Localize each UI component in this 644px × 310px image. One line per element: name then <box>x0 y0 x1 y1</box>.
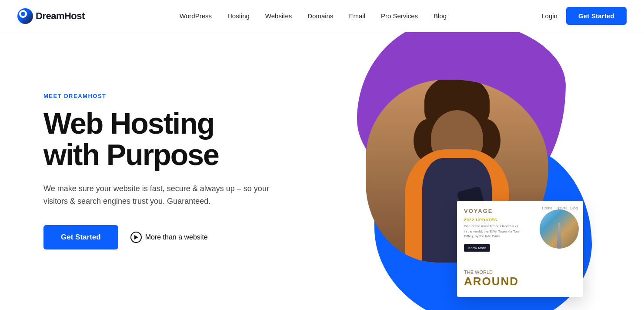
logo-icon <box>17 8 33 24</box>
voyage-image <box>540 209 579 249</box>
nav-websites[interactable]: Websites <box>265 12 292 20</box>
voyage-nav-blog: Blog <box>570 206 578 210</box>
voyage-card: VOYAGE Home Travel Blog 2022 UPDATES One… <box>457 201 583 297</box>
hero-left: MEET DREAMHOST Web Hosting with Purpose … <box>43 93 350 249</box>
hero-subtitle: We make sure your website is fast, secur… <box>43 182 270 208</box>
voyage-around: AROUND <box>464 275 519 288</box>
play-icon <box>130 232 142 243</box>
hero-get-started-button[interactable]: Get Started <box>43 225 118 249</box>
nav-email[interactable]: Email <box>349 12 365 20</box>
voyage-body-text: One of the most famous landmarks in the … <box>464 224 521 239</box>
voyage-world-text: THE WORLD AROUND <box>464 270 519 288</box>
nav-links: WordPress Hosting Websites Domains Email… <box>180 12 447 20</box>
hero-right: VOYAGE Home Travel Blog 2022 UPDATES One… <box>350 32 601 310</box>
voyage-card-bottom: THE WORLD AROUND <box>457 262 583 297</box>
voyage-nav-home: Home <box>542 206 552 210</box>
login-link[interactable]: Login <box>541 12 557 20</box>
navbar: DreamHost WordPress Hosting Websites Dom… <box>0 0 644 32</box>
hero-section: MEET DREAMHOST Web Hosting with Purpose … <box>0 32 644 310</box>
nav-domains[interactable]: Domains <box>307 12 333 20</box>
hero-title-line2: with Purpose <box>43 138 219 171</box>
brand-name: DreamHost <box>36 10 85 22</box>
more-than-a-website-link[interactable]: More than a website <box>130 232 208 243</box>
hero-eyebrow: MEET DREAMHOST <box>43 93 333 99</box>
secondary-link-label: More than a website <box>145 233 208 241</box>
voyage-the-world: THE WORLD <box>464 270 519 275</box>
nav-right: Login Get Started <box>541 7 627 25</box>
nav-blog[interactable]: Blog <box>434 12 447 20</box>
voyage-card-inner: VOYAGE Home Travel Blog 2022 UPDATES One… <box>457 201 583 262</box>
hero-title: Web Hosting with Purpose <box>43 108 333 170</box>
hero-title-line1: Web Hosting <box>43 107 214 140</box>
eiffel-tower-icon <box>555 222 564 249</box>
nav-get-started-button[interactable]: Get Started <box>566 7 627 25</box>
hero-actions: Get Started More than a website <box>43 225 333 249</box>
voyage-know-more-button[interactable]: Know More <box>464 244 490 252</box>
nav-pro-services[interactable]: Pro Services <box>381 12 418 20</box>
voyage-image-inner <box>540 209 579 249</box>
logo-link[interactable]: DreamHost <box>17 8 85 24</box>
nav-hosting[interactable]: Hosting <box>227 12 250 20</box>
nav-wordpress[interactable]: WordPress <box>180 12 212 20</box>
